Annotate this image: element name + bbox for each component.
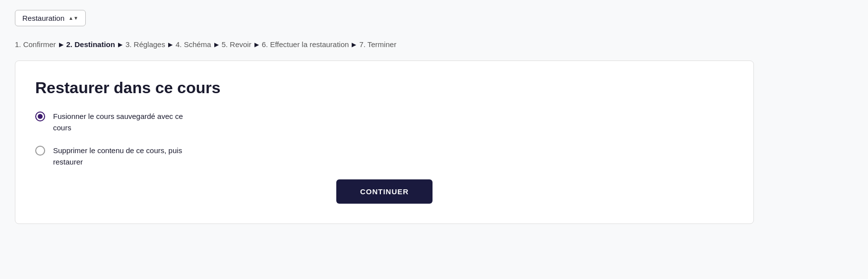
breadcrumb-confirmer: 1. Confirmer <box>15 40 56 49</box>
radio-option-merge: Fusionner le cours sauvegardé avec ce co… <box>35 111 734 133</box>
main-card: Restaurer dans ce cours Fusionner le cou… <box>15 60 754 224</box>
breadcrumb-reglages: 3. Réglages <box>125 40 165 49</box>
breadcrumb-sep-6: ▶ <box>352 41 356 48</box>
radio-delete-label[interactable]: Supprimer le contenu de ce cours, puis r… <box>53 145 202 167</box>
breadcrumb: 1. Confirmer ▶ 2. Destination ▶ 3. Régla… <box>15 40 853 49</box>
dropdown-arrows-icon: ▲▼ <box>68 15 78 21</box>
top-bar: Restauration ▲▼ <box>15 10 853 26</box>
breadcrumb-sep-4: ▶ <box>214 41 219 48</box>
breadcrumb-revoir: 5. Revoir <box>222 40 251 49</box>
continuer-button[interactable]: CONTINUER <box>336 179 433 204</box>
radio-merge-label[interactable]: Fusionner le cours sauvegardé avec ce co… <box>53 111 202 133</box>
radio-delete-input[interactable] <box>35 146 45 156</box>
radio-merge-input[interactable] <box>35 112 45 121</box>
breadcrumb-destination: 2. Destination <box>66 40 115 49</box>
restauration-dropdown-label: Restauration <box>22 14 64 22</box>
breadcrumb-sep-3: ▶ <box>168 41 173 48</box>
breadcrumb-schema: 4. Schéma <box>176 40 211 49</box>
radio-option-delete: Supprimer le contenu de ce cours, puis r… <box>35 145 734 167</box>
breadcrumb-sep-5: ▶ <box>254 41 259 48</box>
breadcrumb-effectuer: 6. Effectuer la restauration <box>262 40 349 49</box>
page-container: Restauration ▲▼ 1. Confirmer ▶ 2. Destin… <box>0 0 868 279</box>
breadcrumb-sep-1: ▶ <box>59 41 63 48</box>
breadcrumb-terminer: 7. Terminer <box>359 40 396 49</box>
restauration-dropdown[interactable]: Restauration ▲▼ <box>15 10 86 26</box>
card-title: Restaurer dans ce cours <box>35 79 734 97</box>
button-row: CONTINUER <box>35 179 734 204</box>
breadcrumb-sep-2: ▶ <box>118 41 123 48</box>
